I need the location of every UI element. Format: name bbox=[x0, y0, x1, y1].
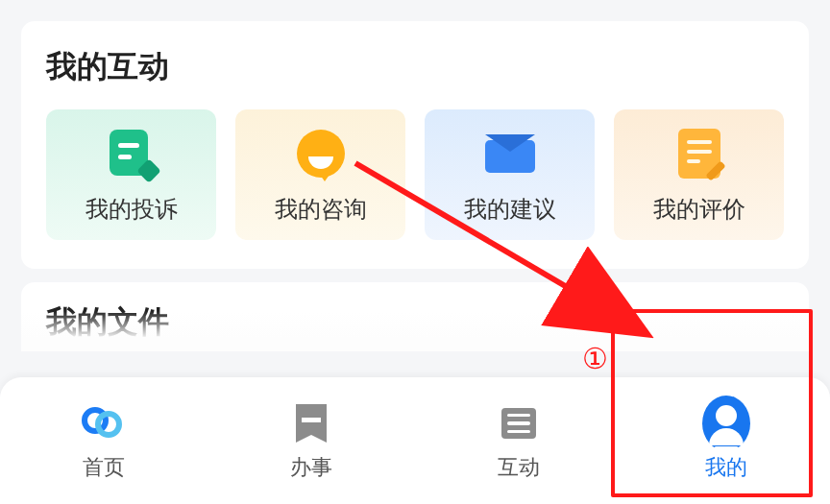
nav-label: 我的 bbox=[705, 453, 747, 482]
home-logo-icon bbox=[80, 399, 128, 447]
card-title: 我的互动 bbox=[46, 46, 784, 88]
my-files-card: 我的文件 bbox=[21, 282, 809, 349]
tile-label: 我的咨询 bbox=[275, 194, 367, 225]
nav-interaction[interactable]: 互动 bbox=[415, 377, 622, 504]
tile-my-reviews[interactable]: 我的评价 bbox=[614, 109, 784, 240]
bookmark-icon bbox=[287, 399, 335, 447]
chat-smile-icon bbox=[294, 127, 348, 180]
my-interactions-card: 我的互动 我的投诉 我的咨询 我的建议 我的评价 bbox=[21, 21, 809, 269]
tile-label: 我的评价 bbox=[653, 194, 745, 225]
tile-label: 我的投诉 bbox=[85, 194, 178, 225]
tile-my-suggestions[interactable]: 我的建议 bbox=[425, 109, 595, 240]
profile-icon bbox=[702, 399, 750, 447]
list-icon bbox=[495, 399, 543, 447]
tile-label: 我的建议 bbox=[464, 194, 556, 225]
nav-label: 办事 bbox=[290, 453, 332, 482]
nav-services[interactable]: 办事 bbox=[208, 377, 415, 504]
tile-row: 我的投诉 我的咨询 我的建议 我的评价 bbox=[46, 109, 784, 240]
tile-my-complaints[interactable]: 我的投诉 bbox=[46, 109, 216, 240]
nav-mine[interactable]: 我的 bbox=[622, 377, 830, 504]
bottom-nav: 首页 办事 互动 我的 bbox=[0, 377, 830, 504]
nav-label: 互动 bbox=[498, 453, 540, 482]
nav-home[interactable]: 首页 bbox=[0, 377, 208, 504]
tile-my-consultations[interactable]: 我的咨询 bbox=[235, 109, 405, 240]
nav-label: 首页 bbox=[83, 453, 125, 482]
review-document-icon bbox=[672, 127, 726, 180]
complaint-document-icon bbox=[105, 127, 159, 180]
envelope-icon bbox=[483, 127, 537, 180]
fade-overlay bbox=[21, 311, 809, 351]
